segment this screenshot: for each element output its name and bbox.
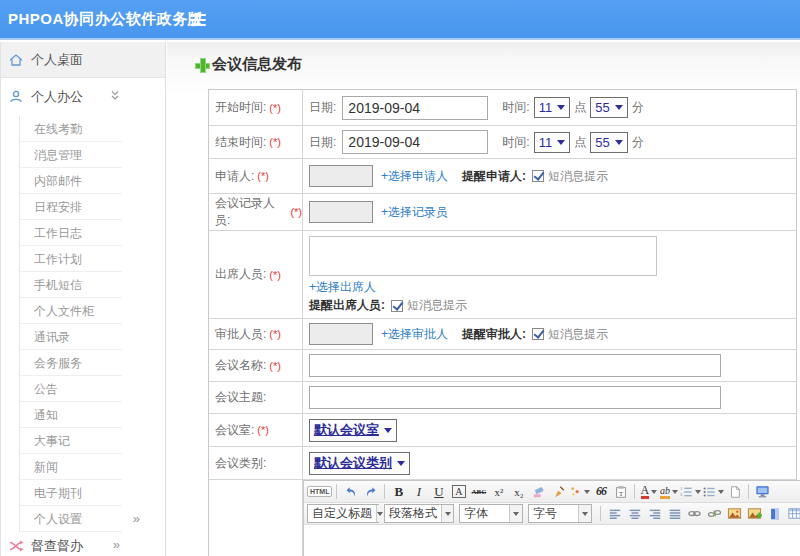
sidebar-item-internal-mail[interactable]: 内部邮件 bbox=[20, 168, 122, 194]
end-minute-select[interactable]: 55 bbox=[590, 132, 627, 153]
end-date-input[interactable] bbox=[342, 130, 488, 154]
approver-input[interactable] bbox=[309, 323, 373, 345]
font-color-button[interactable]: A bbox=[639, 483, 658, 501]
start-date-input[interactable] bbox=[342, 96, 488, 120]
font-size-select[interactable]: 字号 bbox=[528, 504, 592, 523]
ordered-list-icon[interactable]: 12 bbox=[679, 483, 701, 501]
sidebar-item-personal-settings[interactable]: 个人设置 » bbox=[20, 506, 122, 532]
sidebar-item-events[interactable]: 大事记 bbox=[20, 428, 122, 454]
align-justify-icon[interactable] bbox=[665, 505, 684, 523]
custom-heading-select[interactable]: 自定义标题 bbox=[307, 504, 379, 523]
auto-format-icon[interactable] bbox=[569, 483, 590, 501]
meeting-form: 开始时间:(*) 日期: 时间: 11 点 55 分 结束时间:(*) bbox=[208, 89, 797, 556]
attendees-textarea[interactable] bbox=[309, 236, 657, 276]
align-center-icon[interactable] bbox=[625, 505, 644, 523]
attendees-sms-checkbox[interactable] bbox=[391, 300, 403, 312]
approver-sms-checkbox[interactable] bbox=[532, 328, 544, 340]
page-break-icon[interactable] bbox=[765, 505, 784, 523]
form-row-meeting-topic: 会议主题: bbox=[209, 382, 796, 414]
app-title: PHPOA协同办公软件政务版 bbox=[0, 10, 203, 29]
editor-content-area[interactable] bbox=[304, 525, 800, 556]
sidebar-item-e-journal[interactable]: 电子期刊 bbox=[20, 480, 122, 506]
font-family-select[interactable]: 字体 bbox=[459, 504, 523, 523]
align-right-icon[interactable] bbox=[645, 505, 664, 523]
applicant-input[interactable] bbox=[309, 165, 373, 187]
sidebar-item-messages[interactable]: 消息管理 bbox=[20, 142, 122, 168]
rich-text-editor: HTML B I U A ABC x² bbox=[303, 480, 800, 556]
insert-table-icon[interactable] bbox=[785, 505, 800, 523]
sidebar-item-schedule[interactable]: 日程安排 bbox=[20, 194, 122, 220]
sidebar-item-work-log[interactable]: 工作日志 bbox=[20, 220, 122, 246]
form-row-content-editor: HTML B I U A ABC x² bbox=[209, 480, 796, 556]
editor-toolbar-row2: 自定义标题 段落格式 字体 字号 bbox=[304, 503, 800, 525]
sidebar-item-supervision[interactable]: 督查督办 » bbox=[1, 532, 165, 556]
field-label bbox=[209, 480, 303, 556]
svg-text:1: 1 bbox=[681, 486, 683, 491]
home-icon bbox=[8, 52, 24, 68]
unordered-list-icon[interactable] bbox=[702, 483, 724, 501]
bold-button[interactable]: B bbox=[389, 483, 408, 501]
strikethrough-button[interactable]: ABC bbox=[469, 483, 488, 501]
font-style-button[interactable]: A bbox=[449, 483, 468, 501]
new-page-icon[interactable] bbox=[725, 483, 744, 501]
end-hour-select[interactable]: 11 bbox=[534, 132, 571, 153]
fullscreen-icon[interactable] bbox=[753, 483, 772, 501]
undo-icon[interactable] bbox=[341, 483, 360, 501]
applicant-sms-checkbox[interactable] bbox=[532, 170, 544, 182]
page-title: 会议信息发布 bbox=[195, 55, 800, 74]
sidebar-item-label: 个人桌面 bbox=[31, 51, 83, 69]
field-label: 开始时间:(*) bbox=[209, 90, 303, 125]
format-brush-icon[interactable] bbox=[549, 483, 568, 501]
html-source-button[interactable]: HTML bbox=[307, 483, 332, 501]
paragraph-format-select[interactable]: 段落格式 bbox=[384, 504, 454, 523]
recorder-input[interactable] bbox=[309, 201, 373, 223]
redo-icon[interactable] bbox=[361, 483, 380, 501]
sidebar-item-announcements[interactable]: 公告 bbox=[20, 376, 122, 402]
start-hour-select[interactable]: 11 bbox=[534, 97, 571, 118]
sidebar-item-sms[interactable]: 手机短信 bbox=[20, 272, 122, 298]
start-minute-select[interactable]: 55 bbox=[590, 97, 627, 118]
meeting-name-input[interactable] bbox=[309, 354, 721, 377]
sidebar-item-desktop[interactable]: 个人桌面 bbox=[1, 42, 165, 78]
highlight-color-button[interactable]: ab bbox=[659, 483, 678, 501]
sidebar-item-contacts[interactable]: 通讯录 bbox=[20, 324, 122, 350]
superscript-button[interactable]: x² bbox=[489, 483, 508, 501]
paste-as-text-icon[interactable]: T bbox=[611, 483, 630, 501]
eraser-icon[interactable] bbox=[529, 483, 548, 501]
meeting-category-select[interactable]: 默认会议类别 bbox=[309, 452, 410, 475]
align-left-icon[interactable] bbox=[605, 505, 624, 523]
blockquote-button[interactable]: 66 bbox=[591, 483, 610, 501]
sidebar-item-notices[interactable]: 通知 bbox=[20, 402, 122, 428]
remind-applicant-label: 提醒申请人: bbox=[462, 168, 526, 185]
sidebar-item-file-cabinet[interactable]: 个人文件柜 bbox=[20, 298, 122, 324]
unlink-icon[interactable] bbox=[705, 505, 724, 523]
dropdown-arrow-icon bbox=[695, 490, 701, 494]
time-label: 时间: bbox=[502, 99, 529, 116]
sidebar-item-attendance[interactable]: 在线考勤 bbox=[20, 116, 122, 142]
link-icon[interactable] bbox=[685, 505, 704, 523]
meeting-topic-input[interactable] bbox=[309, 386, 721, 409]
meeting-room-select[interactable]: 默认会议室 bbox=[309, 419, 397, 442]
field-label: 会议名称:(*) bbox=[209, 350, 303, 381]
choose-recorder-link[interactable]: +选择记录员 bbox=[381, 204, 448, 221]
choose-approver-link[interactable]: +选择审批人 bbox=[381, 326, 448, 343]
dropdown-arrow-icon bbox=[651, 490, 657, 494]
sidebar-item-office[interactable]: 个人办公 bbox=[1, 78, 165, 116]
sidebar-item-news[interactable]: 新闻 bbox=[20, 454, 122, 480]
date-label: 日期: bbox=[309, 99, 336, 116]
underline-button[interactable]: U bbox=[429, 483, 448, 501]
time-label: 时间: bbox=[502, 134, 529, 151]
remind-attendees-label: 提醒出席人员: bbox=[309, 297, 385, 314]
field-label: 会议室:(*) bbox=[209, 414, 303, 446]
choose-applicant-link[interactable]: +选择申请人 bbox=[381, 168, 448, 185]
chevron-right-icon: » bbox=[113, 537, 120, 552]
sidebar-item-work-plan[interactable]: 工作计划 bbox=[20, 246, 122, 272]
insert-image-icon[interactable] bbox=[725, 505, 744, 523]
choose-attendees-link[interactable]: +选择出席人 bbox=[309, 279, 376, 296]
sidebar-item-conference-service[interactable]: 会务服务 bbox=[20, 350, 122, 376]
remind-approver-label: 提醒审批人: bbox=[462, 326, 526, 343]
italic-button[interactable]: I bbox=[409, 483, 428, 501]
insert-image-upload-icon[interactable] bbox=[745, 505, 764, 523]
form-row-start-time: 开始时间:(*) 日期: 时间: 11 点 55 分 bbox=[209, 90, 796, 126]
subscript-button[interactable]: x₂ bbox=[509, 483, 528, 501]
